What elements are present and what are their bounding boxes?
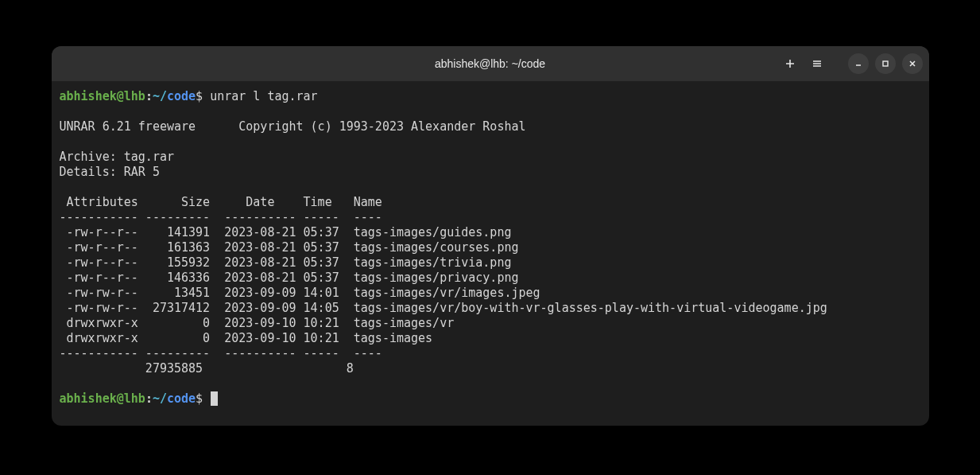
prompt-dollar: $: [196, 89, 203, 103]
prompt-path: code: [167, 89, 196, 103]
titlebar: abhishek@lhb: ~/code: [52, 46, 929, 81]
maximize-button[interactable]: [875, 53, 896, 74]
terminal-body[interactable]: abhishek@lhb:~/code$ unrar l tag.rar UNR…: [52, 81, 929, 426]
table-row: drwxrwxr-x 0 2023-09-10 10:21 tags-image…: [60, 316, 455, 330]
table-row: drwxrwxr-x 0 2023-09-10 10:21 tags-image…: [60, 331, 433, 345]
table-row: -rw-r--r-- 141391 2023-08-21 05:37 tags-…: [60, 225, 512, 239]
output-divider-bottom: ----------- --------- ---------- ----- -…: [60, 346, 382, 360]
output-details: Details: RAR 5: [60, 165, 160, 179]
table-row: -rw-r--r-- 155932 2023-08-21 05:37 tags-…: [60, 255, 512, 270]
prompt-user-host: abhishek@lhb: [60, 89, 145, 103]
prompt-colon: :: [145, 391, 153, 406]
output-archive: Archive: tag.rar: [60, 150, 175, 164]
prompt-user-host: abhishek@lhb: [60, 391, 145, 406]
menu-button[interactable]: [807, 53, 827, 74]
minimize-button[interactable]: [848, 53, 869, 74]
hamburger-icon: [812, 58, 823, 69]
table-row: -rw-rw-r-- 27317412 2023-09-09 14:05 tag…: [60, 301, 827, 315]
table-row: -rw-r--r-- 161363 2023-08-21 05:37 tags-…: [60, 240, 519, 255]
output-columns: Attributes Size Date Time Name: [60, 195, 382, 209]
titlebar-left-controls: [780, 53, 827, 74]
maximize-icon: [881, 59, 890, 68]
prompt-tilde: ~/: [153, 391, 167, 406]
table-row: -rw-rw-r-- 13451 2023-09-09 14:01 tags-i…: [60, 286, 540, 300]
output-summary: 27935885 8: [60, 361, 354, 376]
prompt-tilde: ~/: [153, 89, 167, 103]
output-header: UNRAR 6.21 freeware Copyright (c) 1993-2…: [60, 119, 526, 134]
terminal-window: abhishek@lhb: ~/code abhishek@lhb:~/code…: [52, 46, 929, 426]
table-row: -rw-r--r-- 146336 2023-08-21 05:37 tags-…: [60, 271, 519, 285]
plus-icon: [784, 58, 796, 69]
command-text: unrar l tag.rar: [203, 89, 318, 103]
close-button[interactable]: [902, 53, 923, 74]
prompt-colon: :: [145, 89, 153, 103]
prompt-path: code: [167, 391, 196, 406]
prompt-dollar: $: [196, 391, 203, 406]
cursor: [211, 391, 218, 406]
close-icon: [908, 59, 917, 68]
output-divider-top: ----------- --------- ---------- ----- -…: [60, 210, 382, 224]
window-controls: [848, 53, 923, 74]
svg-rect-0: [883, 61, 888, 66]
new-tab-button[interactable]: [780, 53, 800, 74]
minimize-icon: [854, 59, 863, 68]
